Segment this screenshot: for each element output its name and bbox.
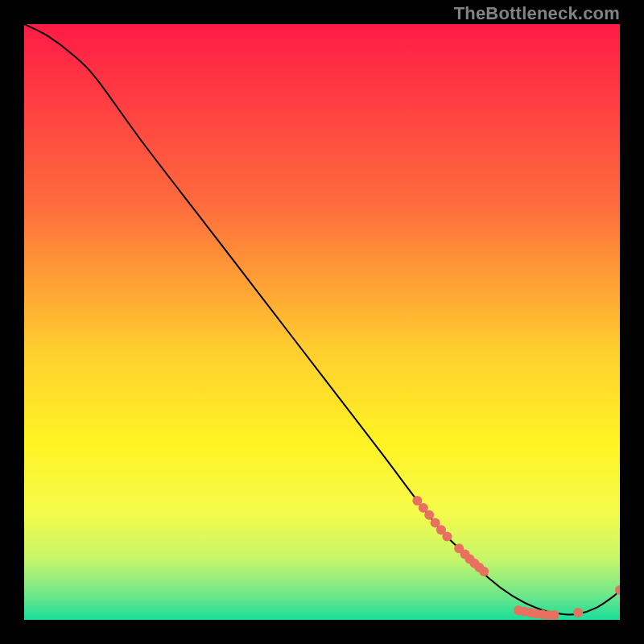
data-point [442, 531, 452, 541]
data-point [424, 510, 434, 520]
data-point [479, 567, 489, 576]
chart-svg [24, 24, 620, 620]
data-point [550, 610, 559, 620]
chart-frame: TheBottleneck.com [0, 0, 644, 644]
plot-area [24, 24, 620, 620]
watermark-text: TheBottleneck.com [454, 3, 620, 24]
gradient-background [24, 24, 620, 620]
data-point [573, 608, 583, 617]
